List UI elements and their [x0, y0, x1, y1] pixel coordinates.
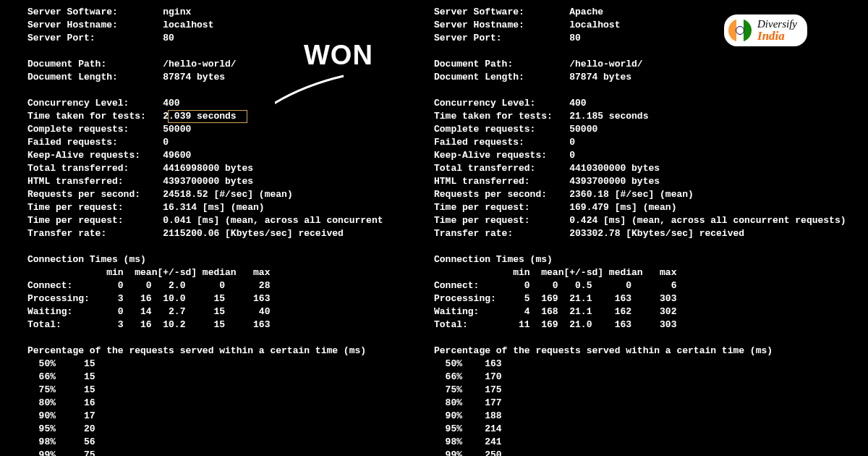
label: Complete requests:: [27, 124, 129, 135]
badge-line2: India: [757, 30, 797, 42]
pct-row: 75% 15: [27, 384, 95, 395]
value: 4416998000 bytes: [163, 163, 253, 174]
conn-waiting: Waiting: 4 168 21.1 162 302: [434, 306, 676, 317]
label: Time per request:: [27, 202, 124, 213]
pct-row: 99% 75: [27, 449, 95, 456]
value: /hello-world/: [163, 59, 236, 69]
pct-header: Percentage of the requests served within…: [27, 345, 366, 356]
pct-row: 50% 163: [434, 358, 502, 369]
label: Total transferred:: [27, 163, 129, 174]
label: Server Port:: [27, 33, 95, 43]
label: Document Length:: [27, 72, 118, 83]
value: nginx: [163, 7, 191, 17]
pct-row: 80% 16: [27, 397, 95, 408]
pct-row: 80% 177: [434, 397, 502, 408]
value: 400: [569, 98, 586, 109]
terminal-output: Server Software: nginx Server Hostname: …: [0, 0, 868, 456]
label: HTML transferred:: [27, 176, 124, 187]
value: 16.314 [ms] (mean): [163, 202, 264, 213]
label: Time per request:: [27, 215, 124, 226]
label: Requests per second:: [27, 189, 140, 200]
pct-row: 75% 175: [434, 384, 502, 395]
label: Concurrency Level:: [434, 98, 535, 109]
value: 24518.52 [#/sec] (mean): [163, 189, 292, 200]
pct-row: 66% 170: [434, 371, 502, 382]
conn-cols: min mean[+/-sd] median max: [27, 267, 270, 278]
label: Transfer rate:: [434, 228, 513, 239]
label: Keep-Alive requests:: [27, 150, 140, 161]
pct-row: 95% 214: [434, 423, 502, 434]
conn-connect: Connect: 0 0 0.5 0 6: [434, 280, 676, 291]
value: 4393700000 bytes: [569, 176, 660, 187]
value: 4410300000 bytes: [569, 163, 660, 174]
conn-processing: Processing: 5 169 21.1 163 303: [434, 293, 676, 304]
label: Document Path:: [27, 59, 106, 69]
diversify-india-badge: Diversify India: [724, 14, 807, 46]
value: localhost: [569, 20, 620, 30]
apache-panel: Server Software: Apache Server Hostname:…: [434, 6, 868, 456]
badge-line1: Diversify: [757, 19, 797, 30]
conn-connect: Connect: 0 0 2.0 0 28: [27, 280, 270, 291]
conn-times-header: Connection Times (ms): [434, 254, 553, 265]
value: 0.424 [ms] (mean, across all concurrent …: [569, 215, 846, 226]
label: Failed requests:: [27, 137, 118, 148]
value: 4393700000 bytes: [163, 176, 253, 187]
label: Document Length:: [434, 72, 524, 83]
conn-waiting: Waiting: 0 14 2.7 15 40: [27, 306, 270, 317]
label: Document Path:: [434, 59, 513, 69]
label: Requests per second:: [434, 189, 547, 200]
pct-row: 98% 56: [27, 436, 95, 447]
label: Server Software:: [27, 7, 118, 17]
label: Time taken for tests:: [434, 111, 553, 122]
value: 0.041 [ms] (mean, across all concurrent: [163, 215, 383, 226]
pct-row: 66% 15: [27, 371, 95, 382]
pct-row: 50% 15: [27, 358, 95, 369]
label: Server Hostname:: [434, 20, 524, 30]
time-taken-value: 2.039 seconds: [163, 111, 236, 122]
value: 203302.78 [Kbytes/sec] received: [569, 228, 744, 239]
value: 50000: [163, 124, 191, 135]
won-annotation: WON: [304, 40, 373, 71]
value: 169.479 [ms] (mean): [569, 202, 676, 213]
value: localhost: [163, 20, 213, 30]
badge-text: Diversify India: [757, 19, 797, 42]
value: 2360.18 [#/sec] (mean): [569, 189, 694, 200]
value: 50000: [569, 124, 597, 135]
label: Server Hostname:: [27, 20, 118, 30]
value: 80: [569, 33, 581, 43]
value: 49600: [163, 150, 191, 161]
label: Total transferred:: [434, 163, 535, 174]
value: 2115200.06 [Kbytes/sec] received: [163, 228, 344, 239]
pct-row: 95% 20: [27, 423, 95, 434]
pct-row: 90% 188: [434, 410, 502, 421]
label: Complete requests:: [434, 124, 535, 135]
conn-total: Total: 11 169 21.0 163 303: [434, 319, 676, 330]
label: Transfer rate:: [27, 228, 106, 239]
value: 21.185 seconds: [569, 111, 648, 122]
label: Server Port:: [434, 33, 502, 43]
label: Time taken for tests:: [27, 111, 146, 122]
label: Failed requests:: [434, 137, 524, 148]
value: /hello-world/: [569, 59, 642, 69]
value: 400: [163, 98, 179, 109]
value: 87874 bytes: [163, 72, 225, 83]
nginx-panel: Server Software: nginx Server Hostname: …: [27, 6, 434, 456]
conn-times-header: Connection Times (ms): [27, 254, 146, 265]
value: 87874 bytes: [569, 72, 631, 83]
label: Time per request:: [434, 215, 530, 226]
conn-total: Total: 3 16 10.2 15 163: [27, 319, 270, 330]
label: Time per request:: [434, 202, 530, 213]
conn-cols: min mean[+/-sd] median max: [434, 267, 676, 278]
value: Apache: [569, 7, 603, 17]
value: 0: [569, 137, 575, 148]
label: Keep-Alive requests:: [434, 150, 547, 161]
pct-header: Percentage of the requests served within…: [434, 345, 773, 356]
label: Server Software:: [434, 7, 524, 17]
value: 0: [569, 150, 575, 161]
pct-row: 98% 241: [434, 436, 502, 447]
value: 0: [163, 137, 169, 148]
value: 80: [163, 33, 174, 43]
label: Concurrency Level:: [27, 98, 129, 109]
india-flag-icon: [728, 19, 752, 42]
conn-processing: Processing: 3 16 10.0 15 163: [27, 293, 270, 304]
